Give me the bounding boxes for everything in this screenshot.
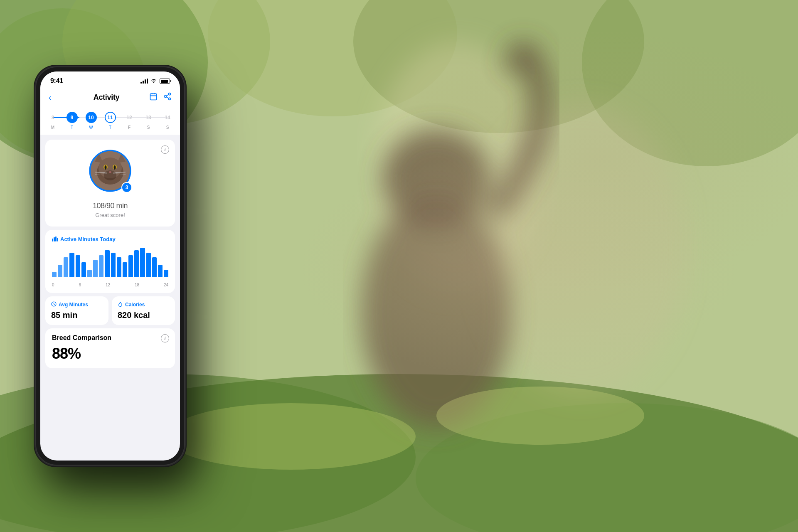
bar-13: [128, 255, 133, 277]
battery-icon: [160, 79, 170, 84]
day-item-sunday[interactable]: 14 S: [162, 112, 173, 130]
day-bubble-10: 10: [86, 112, 97, 123]
clock-icon: [51, 301, 57, 308]
flame-icon: [118, 301, 123, 308]
bar-4: [76, 255, 80, 277]
calories-card[interactable]: Calories 820 kcal: [112, 296, 175, 325]
breed-comparison-title: Breed Comparison: [52, 334, 168, 342]
score-section: i: [45, 140, 175, 227]
avg-minutes-title: Avg Minutes: [51, 301, 103, 308]
day-label-t1: T: [71, 125, 73, 130]
svg-point-22: [169, 98, 171, 100]
pet-avatar-ring: 3: [87, 148, 133, 194]
day-bubble-13: 13: [143, 112, 154, 123]
x-label-18: 18: [135, 283, 139, 287]
back-button[interactable]: ‹: [49, 93, 64, 102]
day-item-monday[interactable]: 8 M: [47, 112, 59, 130]
svg-rect-45: [57, 238, 58, 241]
svg-point-33: [114, 165, 116, 170]
day-label-f: F: [128, 125, 131, 130]
status-icons: [140, 78, 170, 84]
date-selector-row: 8 M 9 T 10 W 11 T: [40, 108, 180, 135]
bar-9: [105, 250, 109, 277]
svg-line-23: [166, 97, 169, 98]
phone-screen: 9:41: [40, 71, 180, 461]
day-item-tuesday[interactable]: 9 T: [66, 112, 78, 130]
svg-line-24: [166, 94, 169, 96]
chart-bar-icon: [52, 236, 58, 243]
app-header: ‹ Activity: [40, 88, 180, 108]
day-bubble-14: 14: [162, 112, 173, 123]
svg-rect-44: [55, 236, 57, 241]
day-label-s1: S: [147, 125, 150, 130]
day-bubble-11: 11: [105, 112, 116, 123]
day-label-s2: S: [166, 125, 169, 130]
x-label-12: 12: [106, 283, 110, 287]
calendar-icon[interactable]: [149, 92, 158, 103]
header-actions: [149, 92, 172, 103]
breed-comparison-section: i Breed Comparison 88%: [45, 328, 175, 368]
bar-14: [134, 250, 139, 277]
chart-x-axis: 0 6 12 18 24: [52, 281, 168, 287]
signal-icon: [140, 79, 148, 84]
bar-2: [64, 257, 68, 277]
day-bubble-9: 9: [66, 112, 78, 123]
bar-18: [158, 265, 163, 277]
bar-11: [117, 257, 121, 277]
x-label-24: 24: [164, 283, 168, 287]
status-time: 9:41: [50, 77, 63, 85]
breed-percentage-value: 88%: [52, 345, 168, 362]
svg-rect-43: [54, 237, 55, 241]
phone-device: 9:41: [35, 66, 185, 466]
score-display: 108/90 min: [93, 198, 128, 211]
bar-15: [140, 248, 145, 277]
day-bubble-12: 12: [124, 112, 135, 123]
status-bar: 9:41: [40, 71, 180, 88]
avg-minutes-label: Avg Minutes: [59, 302, 88, 308]
breed-info-icon[interactable]: i: [161, 334, 169, 342]
wifi-icon: [150, 78, 157, 84]
svg-rect-42: [52, 239, 53, 241]
avg-minutes-value: 85 min: [51, 310, 77, 320]
calories-title: Calories: [118, 301, 169, 308]
score-comment: Great score!: [95, 212, 125, 218]
battery-fill: [161, 80, 168, 83]
bar-10: [111, 253, 116, 277]
bar-5: [81, 262, 86, 277]
day-item-friday[interactable]: 12 F: [123, 112, 135, 130]
chart-title-row: Active Minutes Today: [52, 236, 168, 243]
day-bubble-8: 8: [47, 112, 59, 123]
bar-3: [69, 253, 74, 277]
bar-8: [99, 255, 103, 277]
svg-point-20: [169, 93, 171, 95]
chart-title-text: Active Minutes Today: [60, 236, 116, 242]
share-icon[interactable]: [163, 92, 172, 103]
day-label-t2: T: [109, 125, 111, 130]
x-label-0: 0: [52, 283, 54, 287]
activity-chart: [52, 248, 168, 281]
x-label-6: 6: [79, 283, 81, 287]
svg-point-21: [165, 96, 167, 98]
bar-12: [123, 262, 127, 277]
phone-frame: 9:41: [35, 66, 185, 466]
day-item-wednesday[interactable]: 10 W: [85, 112, 97, 130]
bar-7: [93, 260, 98, 277]
svg-point-32: [105, 165, 107, 170]
day-label-m: M: [51, 125, 54, 130]
day-item-thursday[interactable]: 11 T: [104, 112, 116, 130]
bar-0: [52, 272, 57, 277]
bar-19: [164, 270, 168, 277]
calories-label: Calories: [125, 302, 145, 308]
date-track: 8 M 9 T 10 W 11 T: [47, 112, 173, 130]
bar-6: [87, 270, 92, 277]
scroll-content[interactable]: i: [40, 135, 180, 461]
score-target: /90 min: [105, 202, 128, 210]
bar-1: [58, 265, 62, 277]
score-info-icon[interactable]: i: [161, 145, 169, 154]
bar-17: [152, 257, 157, 277]
avg-minutes-card[interactable]: Avg Minutes 85 min: [45, 296, 108, 325]
svg-rect-16: [150, 94, 157, 100]
day-item-saturday[interactable]: 13 S: [143, 112, 154, 130]
chart-section: Active Minutes Today 0 6 12 18 24: [45, 230, 175, 293]
bar-16: [146, 253, 151, 277]
